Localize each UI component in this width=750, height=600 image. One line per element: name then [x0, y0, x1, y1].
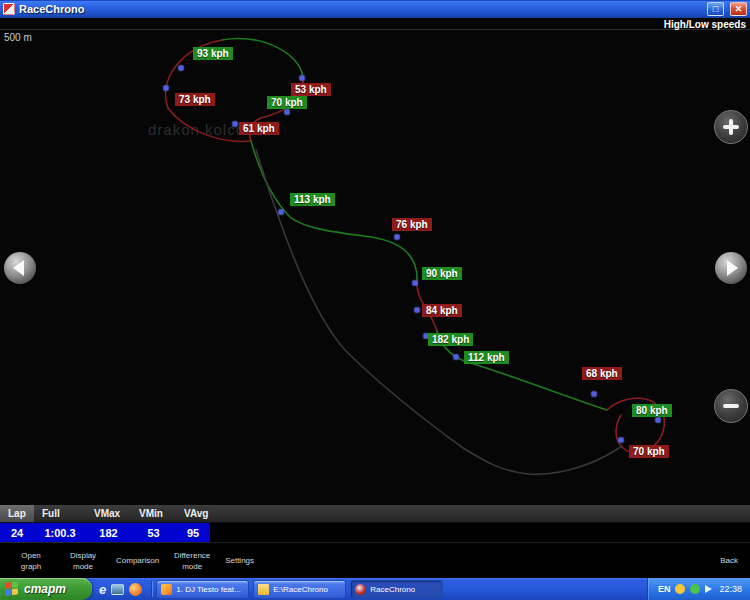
- lap-row-selected[interactable]: 24 1:00.3 182 53 95: [0, 523, 210, 542]
- track-point: [415, 308, 420, 313]
- taskbar-task-music[interactable]: 1. DJ Tiesto feat...: [156, 580, 249, 599]
- system-tray: EN 22:38: [647, 578, 750, 600]
- music-app-icon: [161, 584, 172, 595]
- track-point: [233, 122, 238, 127]
- arrow-right-icon: [727, 260, 738, 276]
- settings-button[interactable]: Settings: [225, 556, 254, 566]
- speed-label-low: 70 kph: [629, 445, 669, 458]
- folder-icon: [258, 584, 269, 595]
- show-desktop-icon[interactable]: [111, 584, 124, 595]
- taskbar-task-explorer[interactable]: E:\RaceChrono: [253, 580, 346, 599]
- lap-vmin: 53: [131, 527, 176, 539]
- windows-logo-icon: [5, 581, 19, 596]
- open-graph-button[interactable]: Open graph: [12, 551, 50, 572]
- speed-label-high: 113 kph: [290, 193, 335, 206]
- header-lap: Lap: [0, 505, 34, 522]
- track-point: [592, 392, 597, 397]
- start-button-label: старт: [24, 582, 66, 596]
- media-player-icon[interactable]: [129, 583, 142, 596]
- start-button[interactable]: старт: [0, 578, 92, 600]
- window-title: RaceChrono: [19, 3, 703, 15]
- zoom-out-button[interactable]: [714, 389, 748, 423]
- header-vmax: VMax: [86, 505, 131, 522]
- previous-lap-button[interactable]: [4, 252, 36, 284]
- speed-label-high: 70 kph: [267, 96, 307, 109]
- track-point: [656, 418, 661, 423]
- track-point: [413, 281, 418, 286]
- speed-label-high: 90 kph: [422, 267, 462, 280]
- header-full: Full: [34, 505, 86, 522]
- tray-status-icon[interactable]: [675, 584, 685, 594]
- lap-table: Lap Full VMax VMin VAvg 24 1:00.3 182 53…: [0, 505, 750, 545]
- maximize-button[interactable]: □: [707, 2, 724, 16]
- track-point: [619, 438, 624, 443]
- track-point: [279, 210, 284, 215]
- taskbar-divider: [151, 581, 152, 597]
- next-lap-button[interactable]: [715, 252, 747, 284]
- comparison-button[interactable]: Comparison: [116, 556, 159, 566]
- track-point: [395, 235, 400, 240]
- arrow-left-icon: [13, 260, 24, 276]
- zoom-in-button[interactable]: [714, 110, 748, 144]
- clock[interactable]: 22:38: [719, 584, 742, 594]
- speed-label-low: 73 kph: [175, 93, 215, 106]
- volume-icon[interactable]: [705, 585, 712, 593]
- table-grid-line: [0, 542, 750, 543]
- bottom-toolbar: Open graph Display mode Comparison Diffe…: [0, 545, 750, 578]
- track-point: [164, 86, 169, 91]
- track-point: [454, 355, 459, 360]
- language-indicator[interactable]: EN: [658, 584, 671, 594]
- close-button[interactable]: ✕: [730, 2, 747, 16]
- lap-vavg: 95: [176, 527, 210, 539]
- speed-label-low: 76 kph: [392, 218, 432, 231]
- lap-time: 1:00.3: [34, 527, 86, 539]
- header-vmin: VMin: [131, 505, 176, 522]
- track-point: [300, 76, 305, 81]
- minus-icon: [723, 404, 739, 408]
- tray-status-icon[interactable]: [690, 584, 700, 594]
- quick-launch-bar: e: [92, 578, 149, 600]
- taskbar-task-racechrono[interactable]: RaceChrono: [350, 580, 443, 599]
- speed-label-high: 93 kph: [193, 47, 233, 60]
- speed-label-low: 68 kph: [582, 367, 622, 380]
- speed-label-high: 80 kph: [632, 404, 672, 417]
- windows-taskbar: старт e 1. DJ Tiesto feat... E:\RaceChro…: [0, 578, 750, 600]
- lap-number: 24: [0, 527, 34, 539]
- difference-mode-button[interactable]: Difference mode: [173, 551, 211, 572]
- track-map[interactable]: High/Low speeds 500 m drakon kolcovo 93 …: [0, 18, 750, 505]
- speed-label-low: 61 kph: [239, 122, 279, 135]
- app-icon: [3, 3, 15, 15]
- lap-vmax: 182: [86, 527, 131, 539]
- racechrono-icon: [355, 584, 366, 595]
- display-mode-button[interactable]: Display mode: [64, 551, 102, 572]
- track-point: [179, 66, 184, 71]
- speed-label-high: 182 kph: [428, 333, 473, 346]
- speed-label-high: 112 kph: [464, 351, 509, 364]
- header-vavg: VAvg: [176, 505, 221, 522]
- speed-label-low: 84 kph: [422, 304, 462, 317]
- track-path-svg: [0, 18, 750, 505]
- back-button[interactable]: Back: [720, 556, 738, 566]
- track-segment: [222, 39, 303, 80]
- speed-label-low: 53 kph: [291, 83, 331, 96]
- lap-table-header: Lap Full VMax VMin VAvg: [0, 505, 750, 523]
- title-bar: RaceChrono □ ✕: [0, 0, 750, 18]
- track-point: [285, 110, 290, 115]
- internet-explorer-icon[interactable]: e: [99, 582, 106, 597]
